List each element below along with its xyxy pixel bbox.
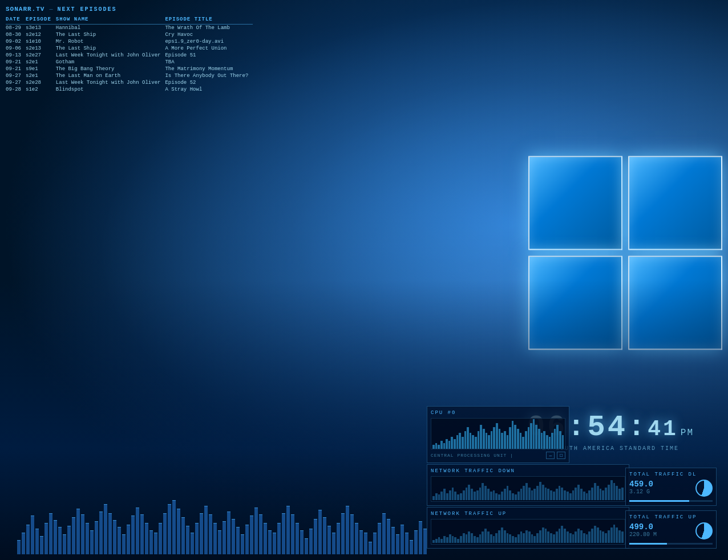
cell-title: A Stray Howl xyxy=(165,86,253,93)
net-bar xyxy=(517,492,520,500)
audio-visualizer xyxy=(0,480,399,560)
col-episode: EPISODE xyxy=(26,16,56,25)
cpu-bar xyxy=(470,433,472,449)
viz-bar xyxy=(122,534,126,554)
win-pane-topleft xyxy=(528,156,622,250)
cell-show: Last Week Tonight with John Oliver xyxy=(56,79,165,86)
cpu-bar xyxy=(556,425,559,449)
total-traffic-dl-widget: TOTAL TRAFFIC DL 459.0 3.12 G xyxy=(625,468,717,506)
net-bar xyxy=(471,489,473,500)
cpu-bar xyxy=(541,433,543,449)
viz-bar xyxy=(378,523,381,554)
viz-bar xyxy=(154,533,157,554)
cpu-bar xyxy=(448,441,451,449)
cpu-maximize-btn[interactable]: □ xyxy=(557,452,565,459)
cell-title: Is There Anybody Out There? xyxy=(165,72,253,79)
cell-title: eps1.9_zer0-day.avi xyxy=(165,38,253,45)
net-bar xyxy=(550,533,552,543)
cpu-bar xyxy=(486,433,488,449)
cpu-bar xyxy=(432,445,435,449)
viz-bar xyxy=(401,525,404,554)
total-dl-bar-fill xyxy=(629,500,689,502)
net-bar xyxy=(438,494,440,500)
viz-bar xyxy=(286,506,290,554)
cell-date: 09-21 xyxy=(6,66,26,72)
net-bar xyxy=(556,489,558,500)
cpu-bar xyxy=(440,441,443,449)
net-bar xyxy=(468,485,470,501)
viz-bar xyxy=(213,523,217,554)
viz-bar xyxy=(309,529,313,554)
cell-show: The Last Ship xyxy=(56,45,165,52)
viz-bar xyxy=(318,510,322,554)
viz-bar xyxy=(327,526,331,554)
cpu-bar xyxy=(551,433,553,449)
viz-bar xyxy=(195,523,199,554)
viz-bar xyxy=(31,516,34,554)
cpu-bar xyxy=(501,433,503,449)
net-up-graph xyxy=(431,519,625,545)
viz-bar xyxy=(305,538,308,554)
cpu-bar xyxy=(517,429,519,449)
net-bar xyxy=(493,536,495,543)
table-row: 09-27s2e28Last Week Tonight with John Ol… xyxy=(6,79,253,86)
net-bar xyxy=(495,533,498,543)
viz-bar xyxy=(26,525,30,554)
viz-bar xyxy=(209,514,212,554)
net-bar xyxy=(610,480,613,500)
viz-bar xyxy=(410,540,413,554)
net-bar xyxy=(476,490,479,501)
cell-date: 09-27 xyxy=(6,72,26,79)
net-bar xyxy=(443,536,446,543)
net-bar xyxy=(474,492,476,500)
viz-bar xyxy=(76,509,80,554)
net-bar xyxy=(600,489,602,500)
cell-date: 08-29 xyxy=(6,25,26,32)
net-bar xyxy=(517,534,520,543)
net-bar xyxy=(618,530,621,543)
viz-bar xyxy=(118,527,121,554)
cpu-graph xyxy=(431,418,565,449)
viz-bar xyxy=(414,530,418,554)
cpu-bar xyxy=(528,427,530,449)
net-bar xyxy=(438,537,440,543)
cpu-bar xyxy=(546,435,548,449)
viz-bar xyxy=(364,533,367,554)
viz-bar xyxy=(387,519,390,554)
net-bar xyxy=(484,486,487,500)
total-ul-values: 499.0 220.80 M xyxy=(629,522,713,539)
viz-bar xyxy=(369,542,372,554)
net-bar xyxy=(435,539,438,543)
viz-bar xyxy=(63,534,66,554)
table-row: 08-30s2e12The Last ShipCry Havoc xyxy=(6,31,253,38)
net-bar xyxy=(577,485,580,501)
net-bar xyxy=(457,494,459,500)
net-bar xyxy=(559,529,561,543)
net-bar xyxy=(507,486,509,500)
net-bar xyxy=(605,488,607,501)
cpu-bar xyxy=(504,431,506,449)
net-bar xyxy=(561,526,563,543)
net-bar xyxy=(594,483,596,500)
net-bar xyxy=(621,488,624,501)
viz-bar xyxy=(350,514,354,554)
cpu-bar xyxy=(493,427,495,449)
cpu-bar xyxy=(467,427,469,449)
net-bar xyxy=(449,534,451,543)
clock-seconds: 41 xyxy=(648,417,678,441)
viz-bar xyxy=(113,520,116,554)
cpu-minimize-btn[interactable]: — xyxy=(546,452,555,459)
table-row: 09-28s1e2BlindspotA Stray Howl xyxy=(6,86,253,93)
net-bar xyxy=(493,490,495,501)
net-bar xyxy=(507,533,509,543)
net-bar xyxy=(495,493,498,501)
cpu-bar xyxy=(496,423,498,449)
viz-bar xyxy=(136,508,139,554)
net-bar xyxy=(466,488,468,501)
viz-bar xyxy=(346,506,349,554)
cell-date: 09-13 xyxy=(6,52,26,59)
net-bar xyxy=(542,527,544,543)
cell-title: A More Perfect Union xyxy=(165,45,253,52)
cell-show: Blindspot xyxy=(56,86,165,93)
cpu-bar xyxy=(483,429,485,449)
